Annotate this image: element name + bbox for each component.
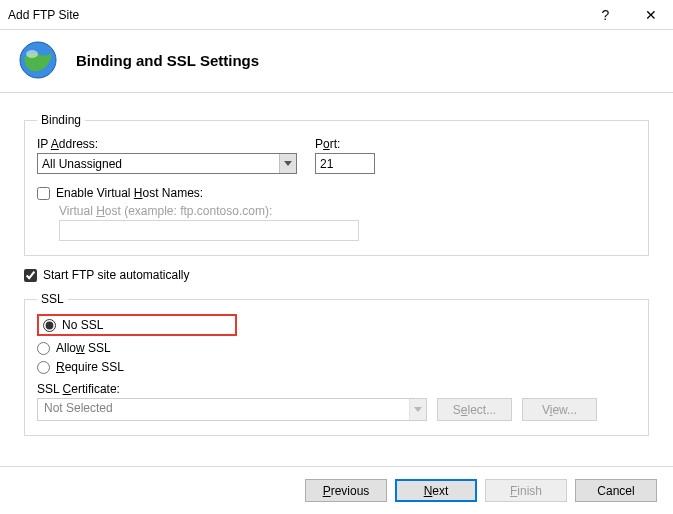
no-ssl-radio[interactable] xyxy=(43,319,56,332)
page-title: Binding and SSL Settings xyxy=(76,52,259,69)
select-cert-button: Select... xyxy=(437,398,512,421)
ip-address-label: IP Address: xyxy=(37,137,297,151)
no-ssl-highlight: No SSL xyxy=(37,314,237,336)
require-ssl-radio[interactable] xyxy=(37,361,50,374)
allow-ssl-radio[interactable] xyxy=(37,342,50,355)
wizard-header: Binding and SSL Settings xyxy=(0,30,673,93)
content-area: Binding IP Address: Port: Enable Virtual… xyxy=(0,93,673,458)
ssl-cert-value: Not Selected xyxy=(38,399,409,420)
ip-address-dropdown-button[interactable] xyxy=(279,154,296,173)
previous-button[interactable]: Previous xyxy=(305,479,387,502)
binding-group: Binding IP Address: Port: Enable Virtual… xyxy=(24,113,649,256)
help-button[interactable]: ? xyxy=(583,0,628,30)
ssl-legend: SSL xyxy=(37,292,68,306)
start-auto-checkbox[interactable] xyxy=(24,269,37,282)
globe-icon xyxy=(18,40,58,80)
titlebar: Add FTP Site ? ✕ xyxy=(0,0,673,30)
binding-legend: Binding xyxy=(37,113,85,127)
close-button[interactable]: ✕ xyxy=(628,0,673,30)
enable-vhosts-label: Enable Virtual Host Names: xyxy=(56,186,203,200)
finish-button: Finish xyxy=(485,479,567,502)
enable-vhosts-checkbox[interactable] xyxy=(37,187,50,200)
ssl-cert-dropdown-button xyxy=(409,399,426,420)
port-input[interactable] xyxy=(315,153,375,174)
ssl-cert-combo: Not Selected xyxy=(37,398,427,421)
chevron-down-icon xyxy=(414,407,422,413)
port-label: Port: xyxy=(315,137,375,151)
ssl-cert-label: SSL Certificate: xyxy=(37,382,636,396)
require-ssl-label: Require SSL xyxy=(56,360,124,374)
no-ssl-label: No SSL xyxy=(62,318,103,332)
view-cert-button: View... xyxy=(522,398,597,421)
ssl-group: SSL No SSL Allow SSL Require SSL SSL Cer… xyxy=(24,292,649,436)
vhost-input xyxy=(59,220,359,241)
ip-address-combo[interactable] xyxy=(37,153,297,174)
svg-point-2 xyxy=(26,50,38,58)
vhost-label: Virtual Host (example: ftp.contoso.com): xyxy=(59,204,636,218)
window-title: Add FTP Site xyxy=(8,8,583,22)
ip-address-input[interactable] xyxy=(38,154,279,173)
cancel-button[interactable]: Cancel xyxy=(575,479,657,502)
chevron-down-icon xyxy=(284,161,292,167)
wizard-footer: Previous Next Finish Cancel xyxy=(0,466,673,514)
start-auto-label: Start FTP site automatically xyxy=(43,268,190,282)
allow-ssl-label: Allow SSL xyxy=(56,341,111,355)
next-button[interactable]: Next xyxy=(395,479,477,502)
